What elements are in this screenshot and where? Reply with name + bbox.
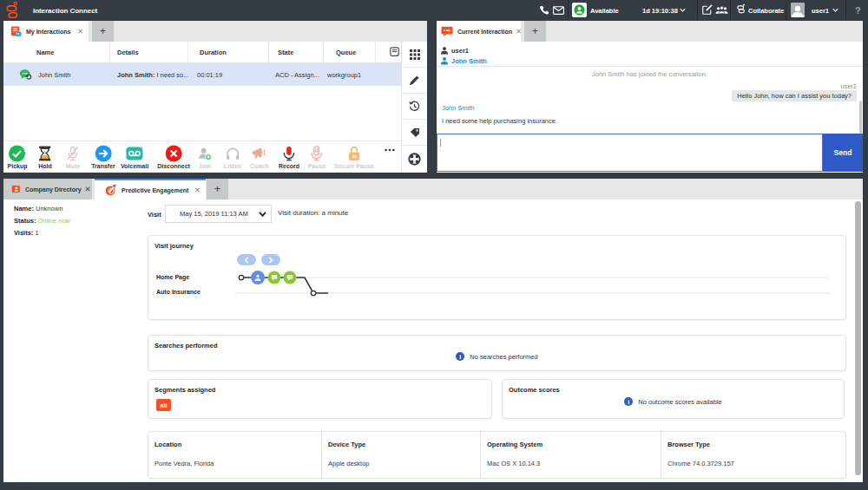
add-tab-button[interactable]: + [524, 21, 546, 42]
my-interactions-panel: My Interactions ✕ + Name Details Duratio… [3, 21, 427, 173]
separator [845, 0, 846, 20]
secure-pause-button[interactable]: Secure Pause [334, 144, 374, 169]
call-toolbar: Pickup Hold Mute Transfer Voicemail Disc… [3, 140, 401, 173]
pause-button[interactable]: Pause [308, 144, 326, 169]
detail-value: Mac OS X 10.14.3 [487, 460, 661, 467]
participant-name: user1 [451, 47, 469, 55]
record-button[interactable]: Record [279, 144, 299, 169]
hold-button[interactable]: Hold [38, 144, 52, 169]
compose-icon[interactable] [702, 4, 713, 15]
more-actions-button[interactable] [384, 148, 396, 152]
chevron-down-icon[interactable] [832, 8, 838, 12]
row-duration: 00:01:19 [188, 71, 269, 79]
chat-tab-icon [441, 26, 453, 37]
tab-label: My Interactions [26, 29, 70, 35]
pickup-button[interactable]: Pickup [8, 144, 28, 169]
close-tab-icon[interactable]: ✕ [512, 28, 522, 36]
phone-icon[interactable] [539, 5, 549, 16]
add-tab-button[interactable]: + [92, 21, 114, 42]
card-title: Outcome scores [509, 386, 560, 394]
toolbar-button-label: Secure Pause [334, 163, 374, 169]
visit-select[interactable]: May 15, 2019 11:13 AM [165, 205, 272, 223]
detail-title: Location [155, 441, 321, 448]
send-button[interactable]: Send [823, 134, 863, 172]
participant-customer[interactable]: John Smith [440, 56, 863, 66]
toolbar-button-label: Mute [66, 163, 80, 169]
chevron-down-icon[interactable] [680, 8, 686, 12]
user-avatar[interactable] [791, 3, 805, 17]
tab-company-directory[interactable]: Company Directory ✕ [3, 179, 92, 199]
tab-predictive-engagement[interactable]: Predictive Engagement ✕ [95, 179, 206, 199]
toolbar-button-label: Transfer [91, 163, 115, 169]
chat-input-row: Send [437, 134, 863, 172]
help-button[interactable]: ? [855, 5, 861, 16]
separator [697, 0, 698, 20]
agent-message-bubble: Hello John, how can I assist you today? [732, 90, 857, 101]
history-icon[interactable] [402, 94, 427, 120]
customer-name-link[interactable]: John Smith [442, 104, 863, 112]
detail-title: Operating System [487, 441, 661, 448]
coach-button[interactable]: Coach [250, 144, 268, 169]
detail-title: Browser Type [667, 441, 845, 448]
searches-empty: i No searches performed [148, 352, 845, 361]
predictive-engagement-panel: Company Directory ✕ Predictive Engagemen… [3, 179, 863, 482]
status-label[interactable]: Available [590, 7, 619, 15]
detail-location: Location Ponte Vedra, Florida [148, 432, 322, 478]
bottom-tab-bar: Company Directory ✕ Predictive Engagemen… [3, 179, 863, 199]
app-title: Interaction Connect [33, 7, 97, 15]
chat-scrollbar[interactable] [859, 101, 863, 134]
close-tab-icon[interactable]: ✕ [74, 28, 83, 36]
interaction-row[interactable]: John Smith John Smith: I need so... 00:0… [3, 63, 401, 86]
name-label: Name: [14, 205, 34, 212]
col-details[interactable]: Details [110, 42, 188, 62]
agent-label: user1 [437, 82, 857, 90]
tab-my-interactions[interactable]: My Interactions ✕ [3, 21, 89, 42]
collaborate-icon[interactable] [737, 3, 746, 15]
mail-icon[interactable] [553, 6, 564, 15]
col-queue[interactable]: Queue [324, 42, 376, 62]
toolbar-button-label: Pickup [8, 163, 28, 169]
collaborate-label[interactable]: Collaborate [748, 7, 784, 15]
detail-title: Device Type [328, 441, 480, 448]
mute-button[interactable]: Mute [66, 144, 80, 169]
separator [568, 0, 569, 20]
status-avatar[interactable] [572, 3, 587, 17]
system-message: John Smith has joined the conversation. [437, 70, 863, 78]
people-icon[interactable] [715, 5, 728, 15]
separator [730, 0, 731, 20]
queue-view-icon[interactable] [376, 42, 401, 62]
card-title: Searches performed [155, 342, 218, 350]
toolbar-button-label: Disconnect [157, 163, 190, 169]
info-icon: i [456, 352, 464, 361]
transfer-button[interactable]: Transfer [91, 144, 115, 169]
voicemail-button[interactable]: Voicemail [121, 144, 148, 169]
row-queue: workgroup1 [324, 71, 376, 79]
grid-view-icon[interactable] [402, 42, 427, 68]
segment-badge[interactable]: all [156, 399, 171, 411]
add-tab-button[interactable]: + [207, 179, 228, 199]
join-button[interactable]: Join [197, 144, 213, 169]
web-icon[interactable] [402, 146, 427, 172]
disconnect-button[interactable]: Disconnect [157, 144, 190, 169]
participant-agent[interactable]: user1 [440, 45, 863, 56]
user-label[interactable]: user1 [812, 7, 829, 15]
visit-label: Visit [148, 211, 161, 219]
message-input[interactable] [437, 134, 823, 172]
vertical-scrollbar[interactable] [855, 201, 861, 475]
name-value: Unknown [36, 205, 62, 212]
detail-value: Chrome 74.0.3729.157 [667, 460, 845, 467]
col-duration[interactable]: Duration [188, 42, 269, 62]
visitor-status-field: Status: Online now [14, 217, 70, 225]
tag-icon[interactable] [402, 120, 427, 146]
close-tab-icon[interactable]: ✕ [82, 186, 91, 193]
col-name[interactable]: Name [3, 42, 110, 62]
toolbar-button-label: Hold [38, 163, 52, 169]
tab-current-interaction[interactable]: Current Interaction ✕ [437, 21, 521, 42]
col-state[interactable]: State [269, 42, 324, 62]
notes-pencil-icon[interactable] [402, 68, 427, 94]
participant-name: John Smith [451, 57, 487, 65]
separator [786, 0, 786, 20]
listen-button[interactable]: Listen [224, 144, 242, 169]
toolbar-button-label: Voicemail [121, 163, 148, 169]
close-tab-icon[interactable]: ✕ [191, 186, 201, 194]
